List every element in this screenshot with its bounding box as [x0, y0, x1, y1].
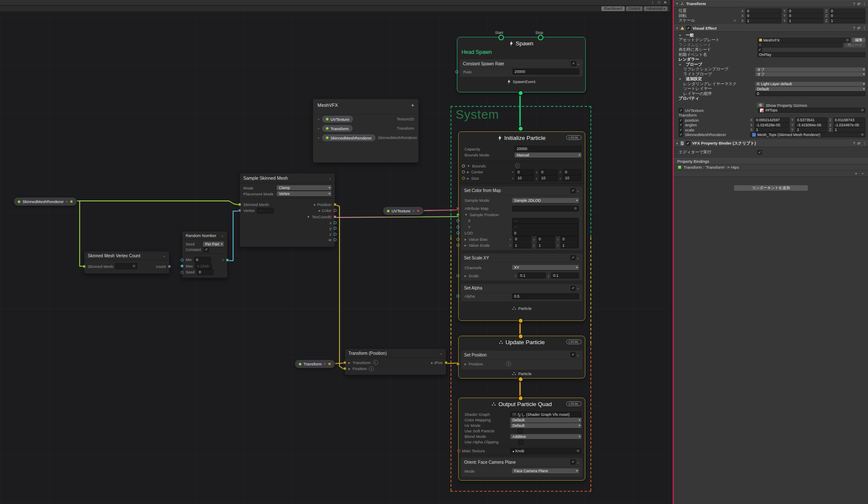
window-maximize-icon[interactable]: □: [658, 0, 660, 5]
constant-checkbox[interactable]: ✓: [204, 247, 209, 252]
skinned-mesh-field[interactable]: ⊙: [115, 263, 137, 269]
angles-override-checkbox[interactable]: ✓: [679, 123, 683, 127]
value-scale-port[interactable]: [456, 244, 459, 247]
bias-x-field[interactable]: 0: [513, 236, 531, 242]
rate-port[interactable]: [455, 70, 458, 73]
skinned-mesh-input-port[interactable]: [238, 203, 241, 206]
min-field[interactable]: 0: [194, 257, 211, 263]
random-seed-field[interactable]: 0: [757, 42, 843, 47]
position-z-field[interactable]: 0.01158743: [833, 117, 865, 123]
orient-mode-dropdown[interactable]: Face Camera Plane: [512, 468, 579, 473]
center-y-field[interactable]: 0: [539, 169, 558, 175]
foldout-icon[interactable]: ▼: [467, 164, 470, 167]
window-close-icon[interactable]: ✕: [663, 0, 667, 5]
size-z-field[interactable]: 10: [563, 175, 581, 181]
scale-x-field[interactable]: 0.1: [518, 273, 546, 278]
alpha-clipping-checkbox[interactable]: .: [518, 440, 523, 445]
shader-graph-field[interactable]: ▤ なし (Shader Graph Vfx Asset): [510, 412, 581, 418]
y-field[interactable]: —: [512, 224, 579, 230]
expander-icon[interactable]: >: [317, 117, 320, 121]
x-port[interactable]: [456, 219, 459, 222]
component-enabled-checkbox[interactable]: ✓: [686, 26, 691, 31]
value-bias-port[interactable]: [456, 238, 459, 241]
uv-mode-dropdown[interactable]: Default: [510, 423, 581, 428]
output-input-port[interactable]: [518, 395, 523, 401]
max-port[interactable]: [181, 265, 184, 267]
vscale-x-field[interactable]: 1: [513, 242, 531, 248]
position-y-field[interactable]: 0.5373541: [795, 117, 827, 123]
sample-position-port[interactable]: [456, 213, 459, 216]
object-picker-icon[interactable]: ⊙: [846, 38, 849, 42]
initialize-output-port[interactable]: [518, 318, 523, 323]
reflection-probes-dropdown[interactable]: オフ: [755, 67, 865, 72]
link-scale-icon[interactable]: ∞: [734, 19, 740, 22]
blackboard-item-transform[interactable]: > Transform Transform: [313, 124, 418, 133]
execute-in-editor-checkbox[interactable]: ✓: [757, 150, 762, 155]
output-particle-quad-node[interactable]: Output Particle Quad LOCAL Shader Graph …: [458, 398, 585, 481]
block-enabled-checkbox[interactable]: ✓: [571, 61, 576, 66]
attribute-map-field[interactable]: ⊙: [512, 206, 579, 212]
uvtexture-field[interactable]: ##Tops⊙: [758, 108, 865, 113]
param-output-port[interactable]: [70, 200, 73, 203]
initialize-input-port[interactable]: [518, 126, 523, 131]
blackboard-panel[interactable]: MeshVFX + > UVTexture Texture2D > Transf…: [313, 99, 419, 163]
initialize-particle-node[interactable]: Initialize Particle LOCAL Capacity 20000…: [458, 131, 585, 321]
skinned-mesh-input-port[interactable]: [83, 265, 86, 268]
angles-z-field[interactable]: -1.024497e-05: [833, 123, 865, 128]
collapse-icon[interactable]: <: [66, 200, 68, 203]
bias-z-field[interactable]: 0: [560, 236, 579, 242]
vscale-y-field[interactable]: 1: [537, 242, 555, 248]
skinned-mesh-vertex-count-node[interactable]: Skinned Mesh Vertex Count⌄ Skinned Mesh …: [84, 251, 170, 274]
presets-icon[interactable]: ⇄: [857, 2, 860, 6]
add-binding-button[interactable]: +: [855, 171, 857, 176]
vfx-property-binder-header[interactable]: ▼ ✓ VFX Property Binder (スクリプト) ?⇄⋮: [674, 140, 868, 147]
main-texture-port[interactable]: [457, 449, 460, 452]
scale-z-field[interactable]: 1: [833, 127, 865, 132]
random-number-node[interactable]: Random Number⌄ Seed Per Part Constant ✓ …: [182, 231, 228, 278]
window-menu-icon[interactable]: ⋮: [651, 0, 654, 5]
channels-dropdown[interactable]: XY: [512, 265, 579, 270]
param-output-port[interactable]: [328, 362, 331, 365]
seed-mode-dropdown[interactable]: Per Part: [203, 242, 224, 247]
soft-particle-checkbox[interactable]: .: [517, 429, 523, 434]
scale-y-field[interactable]: 1: [787, 18, 823, 23]
scale-y-field[interactable]: 1: [795, 127, 827, 132]
texcoord-x-port[interactable]: [334, 221, 337, 224]
rotation-x-field[interactable]: 0: [746, 13, 782, 18]
smr-override-checkbox[interactable]: ✓: [679, 132, 683, 137]
transform-component-header[interactable]: ▼ Transform ?⇄⋮: [674, 0, 868, 7]
chevron-down-icon[interactable]: ⌄: [576, 189, 579, 192]
min-port[interactable]: [181, 259, 184, 262]
center-port[interactable]: [462, 170, 465, 173]
position-input-port[interactable]: [343, 367, 346, 370]
rotation-z-field[interactable]: 0: [829, 13, 865, 18]
position-override-checkbox[interactable]: ✓: [679, 118, 683, 123]
param-transform[interactable]: Transform <: [295, 359, 335, 368]
spawn-output-port[interactable]: [518, 90, 523, 96]
remove-binding-button[interactable]: −: [861, 171, 864, 176]
visual-effect-component-header[interactable]: ▼ ✓ Visual Effect ?⇄⋮: [674, 25, 868, 32]
update-input-port[interactable]: [518, 334, 523, 339]
angles-y-field[interactable]: -3.415094e-06: [795, 123, 827, 128]
lod-port[interactable]: [456, 231, 459, 234]
component-enabled-checkbox[interactable]: ✓: [686, 141, 690, 146]
sorting-layer-dropdown[interactable]: Default: [755, 87, 865, 91]
scale-x-field[interactable]: 1: [754, 127, 790, 132]
param-uvtexture[interactable]: UVTexture <: [383, 206, 424, 215]
set-position-block[interactable]: Set Position ✓⌄ ▶ Position L: [461, 351, 582, 370]
main-texture-field[interactable]: ● Knob⊙: [510, 448, 581, 454]
update-output-port[interactable]: [518, 376, 523, 382]
center-x-field[interactable]: 0: [515, 169, 534, 175]
texcoord-z-port[interactable]: [334, 233, 337, 236]
gizmo-toggle-button[interactable]: [757, 103, 764, 108]
scale-override-checkbox[interactable]: ✓: [679, 128, 683, 132]
position-y-field[interactable]: 0: [787, 8, 823, 14]
block-enabled-checkbox[interactable]: ✓: [570, 255, 576, 260]
tpos-output-port[interactable]: [445, 361, 448, 364]
kebab-icon[interactable]: ⋮: [862, 2, 866, 6]
scale-z-field[interactable]: 1: [829, 18, 865, 23]
color-mapping-dropdown[interactable]: Default: [510, 418, 581, 423]
param-skinnedmeshrenderer[interactable]: SkinnedMeshRenderer <: [14, 197, 77, 206]
chevron-down-icon[interactable]: ⌄: [328, 176, 331, 180]
angles-x-field[interactable]: -1.024528e-05: [754, 123, 790, 128]
